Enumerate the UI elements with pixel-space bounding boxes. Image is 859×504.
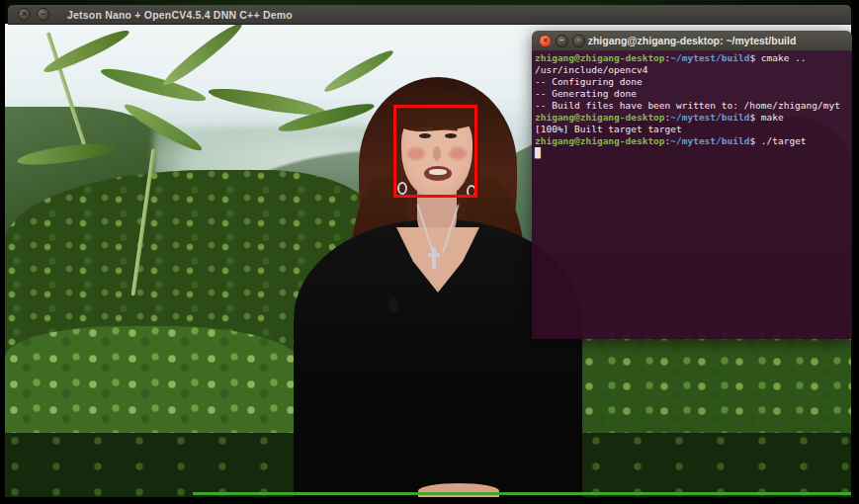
video-bottom-artifact (193, 492, 851, 495)
desktop-screen: × − Jetson Nano + OpenCV4.5.4 DNN C++ De… (0, 0, 859, 504)
main-window-title: Jetson Nano + OpenCV4.5.4 DNN C++ Demo (67, 9, 293, 21)
terminal-window: × − ▫ zhigang@zhigang-desktop: ~/mytest/… (532, 31, 852, 339)
terminal-line: /usr/include/opencv4 (535, 64, 849, 76)
terminal-line: -- Generating done (535, 88, 849, 100)
terminal-line: zhigang@zhigang-desktop:~/mytest/build$ … (535, 135, 849, 147)
terminal-output[interactable]: zhigang@zhigang-desktop:~/mytest/build$ … (532, 51, 852, 339)
main-window-titlebar[interactable]: × − Jetson Nano + OpenCV4.5.4 DNN C++ De… (8, 5, 851, 25)
terminal-line: [100%] Built target target (535, 124, 849, 135)
face-detection-box (393, 105, 477, 198)
terminal-line: -- Configuring done (535, 76, 849, 88)
terminal-title: zhigang@zhigang-desktop: ~/mytest/build (532, 35, 852, 46)
terminal-titlebar[interactable]: × − ▫ zhigang@zhigang-desktop: ~/mytest/… (532, 31, 852, 51)
necklace-pendant (432, 247, 436, 269)
terminal-cursor: █ (535, 147, 849, 159)
lapel-microphone (388, 298, 398, 312)
terminal-line: zhigang@zhigang-desktop:~/mytest/build$ … (535, 112, 849, 124)
terminal-line: zhigang@zhigang-desktop:~/mytest/build$ … (535, 52, 849, 64)
terminal-line: -- Build files have been written to: /ho… (535, 100, 849, 112)
minimize-icon[interactable]: − (37, 8, 49, 21)
close-icon[interactable]: × (18, 8, 31, 21)
